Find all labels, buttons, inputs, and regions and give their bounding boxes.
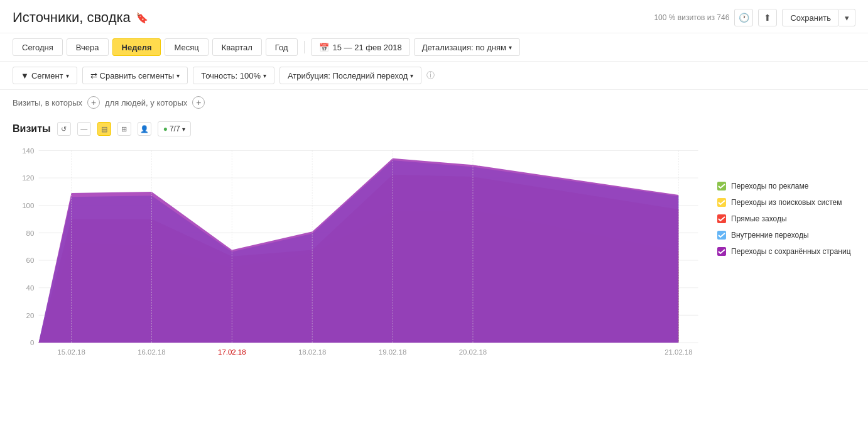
legend-checkbox-direct	[717, 214, 726, 223]
svg-text:15.02.18: 15.02.18	[57, 348, 85, 356]
export-button[interactable]: ⬆	[758, 9, 777, 26]
svg-text:60: 60	[26, 257, 35, 264]
chart-legend: Переходы по рекламе Переходы из поисковы…	[717, 144, 855, 366]
detail-button[interactable]: Детализация: по дням ▾	[414, 38, 520, 56]
detail-label: Детализация: по дням	[422, 43, 506, 52]
chevron-down-icon: ▾	[263, 72, 266, 79]
legend-checkbox-search	[717, 198, 726, 207]
chart-area: 140 120 100 80 60 40 20 0	[13, 144, 705, 366]
chart-container: 140 120 100 80 60 40 20 0	[13, 144, 855, 366]
chart-section: Визиты ↺ — ▤ ⊞ 👤 ● 7/7 ▾ 1	[0, 115, 868, 378]
tab-year[interactable]: Год	[266, 38, 298, 56]
svg-text:120: 120	[22, 174, 34, 182]
chart-title: Визиты	[13, 123, 51, 135]
attribution-label: Атрибуция: Последний переход	[288, 71, 408, 80]
legend-checkbox-saved	[717, 247, 726, 256]
segments-badge-button[interactable]: ● 7/7 ▾	[158, 121, 191, 136]
save-button[interactable]: Сохранить	[782, 9, 839, 26]
chevron-down-icon: ▾	[176, 72, 180, 79]
accuracy-label: Точность: 100%	[201, 71, 261, 80]
legend-checkbox-internal	[717, 231, 726, 240]
svg-text:80: 80	[26, 229, 35, 237]
people-label: для людей, у которых	[105, 98, 187, 108]
chart-refresh-icon[interactable]: ↺	[57, 122, 71, 136]
chart-table-icon[interactable]: ⊞	[117, 122, 131, 136]
segment-bar: Визиты, в которых + для людей, у которых…	[0, 90, 868, 115]
chevron-down-icon: ▾	[182, 126, 185, 133]
svg-text:18.02.18: 18.02.18	[298, 348, 326, 356]
visits-label: Визиты, в которых	[13, 98, 82, 108]
legend-item-search[interactable]: Переходы из поисковых систем	[717, 198, 855, 207]
bookmark-icon[interactable]: 🔖	[136, 12, 148, 24]
accuracy-button[interactable]: Точность: 100% ▾	[193, 67, 274, 84]
header-right: 100 % визитов из 746 🕐 ⬆ Сохранить ▾	[654, 9, 855, 26]
svg-text:0: 0	[30, 339, 34, 346]
compare-icon: ⇄	[90, 71, 97, 80]
header-left: Источники, сводка 🔖	[13, 9, 148, 26]
segment-label: Сегмент	[31, 71, 63, 80]
chevron-down-icon: ▾	[509, 44, 512, 51]
svg-text:140: 140	[22, 147, 34, 155]
legend-item-internal[interactable]: Внутренние переходы	[717, 231, 855, 240]
chevron-down-icon: ▾	[66, 72, 69, 79]
tab-yesterday[interactable]: Вчера	[67, 38, 109, 56]
history-button[interactable]: 🕐	[734, 9, 753, 26]
save-dropdown-button[interactable]: ▾	[839, 9, 855, 26]
date-range-label: 15 — 21 фев 2018	[333, 43, 402, 52]
chart-minus-icon[interactable]: —	[77, 122, 91, 136]
svg-text:40: 40	[26, 284, 35, 292]
filters-bar: ▼ Сегмент ▾ ⇄ Сравнить сегменты ▾ Точнос…	[0, 62, 868, 90]
separator	[304, 41, 305, 53]
tab-quarter[interactable]: Квартал	[212, 38, 262, 56]
calendar-icon: 📅	[319, 43, 329, 52]
svg-text:19.02.18: 19.02.18	[379, 348, 406, 356]
legend-item-saved[interactable]: Переходы с сохранённых страниц	[717, 247, 855, 256]
legend-label-ads: Переходы по рекламе	[731, 182, 808, 190]
date-range-button[interactable]: 📅 15 — 21 фев 2018	[311, 38, 410, 56]
attribution-button[interactable]: Атрибуция: Последний переход ▾	[279, 67, 421, 84]
compare-label: Сравнить сегменты	[100, 71, 175, 80]
toolbar: Сегодня Вчера Неделя Месяц Квартал Год 📅…	[0, 33, 868, 62]
header: Источники, сводка 🔖 100 % визитов из 746…	[0, 0, 868, 33]
legend-label-internal: Внутренние переходы	[731, 231, 809, 240]
segment-button[interactable]: ▼ Сегмент ▾	[13, 67, 77, 84]
circle-icon: ●	[163, 124, 168, 133]
svg-text:100: 100	[22, 202, 34, 209]
add-people-condition[interactable]: +	[192, 96, 205, 109]
segments-badge-label: 7/7	[170, 124, 180, 133]
svg-text:20: 20	[26, 312, 35, 319]
chart-svg: 140 120 100 80 60 40 20 0	[13, 144, 705, 366]
legend-item-ads[interactable]: Переходы по рекламе	[717, 182, 855, 190]
filter-icon: ▼	[21, 71, 29, 80]
legend-item-direct[interactable]: Прямые заходы	[717, 214, 855, 223]
svg-text:17.02.18: 17.02.18	[218, 348, 246, 356]
compare-segments-button[interactable]: ⇄ Сравнить сегменты ▾	[82, 67, 188, 84]
legend-checkbox-ads	[717, 182, 726, 190]
legend-label-search: Переходы из поисковых систем	[731, 198, 842, 207]
legend-label-saved: Переходы с сохранённых страниц	[731, 247, 851, 256]
legend-label-direct: Прямые заходы	[731, 214, 787, 223]
chart-person-icon[interactable]: 👤	[138, 122, 151, 136]
tab-today[interactable]: Сегодня	[13, 38, 63, 56]
svg-text:20.02.18: 20.02.18	[459, 348, 487, 356]
tab-month[interactable]: Месяц	[165, 38, 208, 56]
svg-text:21.02.18: 21.02.18	[665, 348, 692, 356]
chart-stacked-icon[interactable]: ▤	[97, 122, 111, 136]
add-visits-condition[interactable]: +	[87, 96, 100, 109]
chevron-down-icon: ▾	[410, 72, 413, 79]
svg-text:16.02.18: 16.02.18	[138, 348, 165, 356]
page-title: Источники, сводка	[13, 9, 131, 26]
svg-marker-21	[39, 158, 679, 343]
save-group: Сохранить ▾	[782, 9, 855, 26]
attribution-help-icon[interactable]: ⓘ	[426, 70, 435, 81]
visits-info: 100 % визитов из 746	[654, 13, 729, 22]
tab-week[interactable]: Неделя	[112, 38, 161, 56]
chart-header: Визиты ↺ — ▤ ⊞ 👤 ● 7/7 ▾	[13, 121, 855, 136]
